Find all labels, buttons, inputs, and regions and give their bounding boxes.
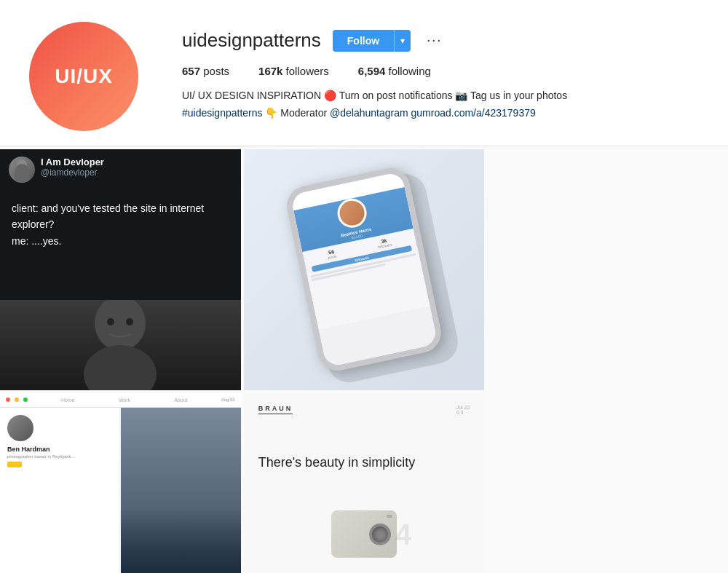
braun-image: BRAUN Jul 220.3 There's beauty in simpli… [244,393,485,573]
svg-point-2 [107,318,114,325]
bio-emoji: 👇 Moderator [265,107,330,119]
avatar: UI/UX [29,22,138,131]
follow-btn-group: Follow ▾ [333,30,411,52]
stats-row: 657 posts 167k followers 6,594 following [182,65,699,77]
tweet-avatar [9,157,35,183]
portfolio-cta [7,462,22,467]
followers-stat: 167k followers [258,65,329,77]
grid-item-red-cta[interactable]: Tag your favorite designer on Instagram … [487,393,728,573]
portfolio-nav: Home Work About Aug 03 [0,393,241,408]
braun-logo: BRAUN [258,405,293,414]
portfolio-desc: photographer based in Reykjavik... [7,454,74,459]
portfolio-main-cell: Ben Hardman photographer based in Reykja… [0,408,119,573]
portfolio-image: Home Work About Aug 03 Ben Hardman photo… [0,393,241,573]
face-silhouette-icon [76,300,164,390]
grid-item-meme[interactable]: I Am Devloper @iamdevloper client: and y… [0,149,241,390]
phone-mockup-image: Beatrice Harris $14.00 56posts 3kfollowe… [244,149,485,390]
following-stat: 6,594 following [358,65,431,77]
avatar-wrapper: UI/UX [29,22,138,131]
portfolio-name: Ben Hardman [7,446,50,453]
nav-dot-red [6,398,10,402]
grid-item-braun[interactable]: BRAUN Jul 220.3 There's beauty in simpli… [244,393,485,573]
svg-point-1 [84,345,157,390]
photo-grid: I Am Devloper @iamdevloper client: and y… [0,146,728,573]
nav-dot-green [23,398,28,402]
tweet-block: I Am Devloper @iamdevloper [0,149,241,190]
bio-line2: #uidesignpatterns 👇 Moderator @delahunta… [182,105,699,121]
more-options-button[interactable]: ··· [422,33,446,48]
grid-item-portfolio[interactable]: Home Work About Aug 03 Ben Hardman photo… [0,393,241,573]
braun-product-image: 4 [331,510,397,558]
grid-item-phone[interactable]: Beatrice Harris $14.00 56posts 3kfollowe… [244,149,485,390]
bio-line1: UI/ UX DESIGN INSPIRATION 🔴 Turn on post… [182,87,699,103]
portfolio-content: Ben Hardman photographer based in Reykja… [0,408,241,573]
nav-dot-yellow [15,398,19,402]
bio-mention[interactable]: @delahuntagram [330,107,408,119]
svg-point-0 [95,300,146,351]
profile-top-row: uidesignpatterns Follow ▾ ··· [182,29,699,52]
svg-point-3 [126,318,133,325]
bio-section: UI/ UX DESIGN INSPIRATION 🔴 Turn on post… [182,87,699,122]
tweet-text: client: and you've tested the site in in… [12,202,204,247]
tweet-content: I Am Devloper @iamdevloper [41,157,232,178]
profile-info: uidesignpatterns Follow ▾ ··· 657 posts … [182,22,699,123]
tweet-name: I Am Devloper [41,157,232,167]
profile-header: UI/UX uidesignpatterns Follow ▾ ··· 657 … [0,0,728,146]
bio-link[interactable]: gumroad.com/a/423179379 [411,107,536,119]
meme-face-section [0,300,241,390]
bio-hashtag[interactable]: #uidesignpatterns [182,107,263,119]
braun-heading: There's beauty in simplicity [258,454,470,471]
follow-button[interactable]: Follow [333,30,394,52]
braun-date: Jul 220.3 [456,405,470,415]
tweet-handle: @iamdevloper [41,167,232,178]
portfolio-landscape [121,408,240,573]
grid-item-purple[interactable]: PROJECTS Dynamic found — identity TASKS … [487,149,728,390]
meme-image: I Am Devloper @iamdevloper client: and y… [0,149,241,390]
follow-dropdown-button[interactable]: ▾ [394,30,411,52]
username: uidesignpatterns [182,29,321,52]
posts-stat: 657 posts [182,65,229,77]
